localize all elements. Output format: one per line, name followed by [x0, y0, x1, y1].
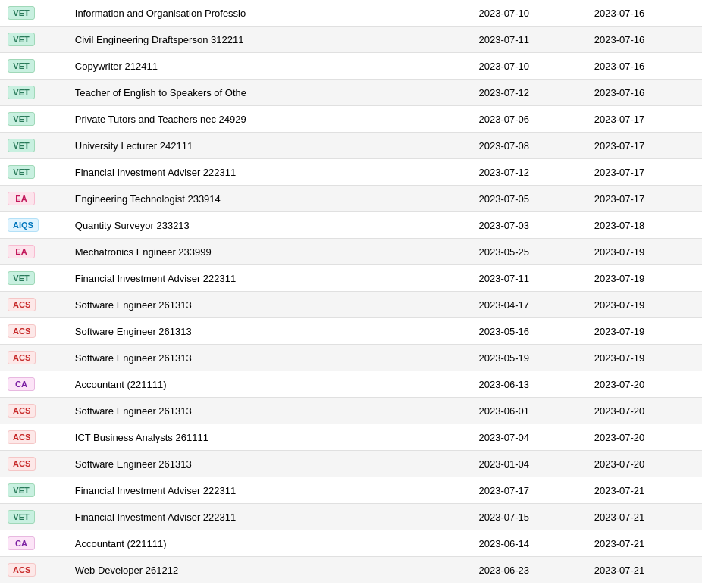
date2-cell: 2023-07-20 [587, 398, 702, 424]
badge-cell: ACS [0, 451, 67, 477]
date2-cell: 2023-07-21 [587, 504, 702, 530]
badge-cell: EA [0, 186, 67, 212]
date1-cell: 2023-06-14 [472, 530, 587, 557]
occupation-cell: Financial Investment Adviser 222311 [67, 159, 472, 186]
table-row[interactable]: VET Information and Organisation Profess… [0, 0, 702, 27]
table-row[interactable]: VET Financial Investment Adviser 222311 … [0, 265, 702, 292]
occupation-text: Financial Investment Adviser 222311 [75, 485, 363, 496]
badge-cell: CA [0, 371, 67, 398]
date1-cell: 2023-05-19 [472, 345, 587, 371]
date2-cell: 2023-07-16 [587, 53, 702, 80]
occupation-text: Software Engineer 261313 [75, 299, 363, 311]
date1-cell: 2023-07-12 [472, 80, 587, 106]
badge-cell: VET [0, 265, 67, 292]
date1-cell: 2023-04-17 [472, 292, 587, 318]
date1-cell: 2023-07-11 [472, 27, 587, 53]
table-row[interactable]: ACS Web Developer 261212 2023-06-23 2023… [0, 557, 702, 583]
table-row[interactable]: VET Financial Investment Adviser 222311 … [0, 477, 702, 504]
date1-cell: 2023-05-25 [472, 239, 587, 265]
type-badge: ACS [8, 404, 36, 418]
date1-cell: 2023-05-16 [472, 318, 587, 345]
table-row[interactable]: ACS Software Engineer 261313 2023-04-17 … [0, 292, 702, 318]
date2-cell: 2023-07-17 [587, 186, 702, 212]
occupation-text: Information and Organisation Professio [75, 8, 363, 19]
type-badge: ACS [8, 430, 36, 444]
occupation-cell: Information and Organisation Professio [67, 0, 472, 27]
table-row[interactable]: VET Teacher of English to Speakers of Ot… [0, 80, 702, 106]
badge-cell: ACS [0, 424, 67, 451]
badge-cell: VET [0, 0, 67, 27]
occupation-text: Software Engineer 261313 [75, 352, 363, 364]
occupation-cell: Mechatronics Engineer 233999 [67, 239, 472, 265]
occupation-text: Web Developer 261212 [75, 565, 363, 576]
occupation-cell: Software Engineer 261313 [67, 398, 472, 424]
badge-cell: ACS [0, 398, 67, 424]
occupation-text: Mechatronics Engineer 233999 [75, 246, 363, 258]
badge-cell: ACS [0, 557, 67, 583]
occupation-text: Engineering Technologist 233914 [75, 193, 363, 205]
table-row[interactable]: EA Mechatronics Engineer 233999 2023-05-… [0, 239, 702, 265]
occupation-text: Teacher of English to Speakers of Othe [75, 87, 363, 99]
type-badge: ACS [8, 457, 36, 471]
date1-cell: 2023-07-10 [472, 0, 587, 27]
table-row[interactable]: AIQS Quantity Surveyor 233213 2023-07-03… [0, 212, 702, 239]
date1-cell: 2023-07-03 [472, 212, 587, 239]
table-row[interactable]: VET Civil Engineering Draftsperson 31221… [0, 27, 702, 53]
type-badge: AIQS [8, 218, 39, 232]
type-badge: ACS [8, 351, 36, 364]
occupation-cell: Software Engineer 261313 [67, 451, 472, 477]
table-row[interactable]: VET Private Tutors and Teachers nec 2492… [0, 106, 702, 133]
occupation-text: Financial Investment Adviser 222311 [75, 273, 363, 284]
occupation-cell: University Lecturer 242111 [67, 133, 472, 159]
table-row[interactable]: CA Accountant (221111) 2023-06-14 2023-0… [0, 530, 702, 557]
badge-cell: VET [0, 159, 67, 186]
type-badge: VET [8, 33, 35, 46]
date2-cell: 2023-07-17 [587, 159, 702, 186]
type-badge: VET [8, 510, 35, 524]
occupation-cell: Software Engineer 261313 [67, 345, 472, 371]
type-badge: EA [8, 245, 35, 258]
type-badge: VET [8, 112, 35, 126]
occupation-text: Accountant (221111) [75, 538, 363, 549]
table-row[interactable]: EA Engineering Technologist 233914 2023-… [0, 186, 702, 212]
badge-cell: VET [0, 53, 67, 80]
date2-cell: 2023-07-19 [587, 239, 702, 265]
badge-cell: AIQS [0, 212, 67, 239]
occupation-cell: Software Engineer 261313 [67, 292, 472, 318]
badge-cell: VET [0, 133, 67, 159]
table-row[interactable]: ACS Software Engineer 261313 2023-06-01 … [0, 398, 702, 424]
type-badge: ACS [8, 324, 36, 338]
type-badge: CA [8, 536, 35, 550]
occupation-text: University Lecturer 242111 [75, 140, 363, 152]
table-row[interactable]: VET Financial Investment Adviser 222311 … [0, 504, 702, 530]
date2-cell: 2023-07-20 [587, 424, 702, 451]
table-row[interactable]: ACS ICT Business Analysts 261111 2023-07… [0, 424, 702, 451]
occupation-cell: Financial Investment Adviser 222311 [67, 265, 472, 292]
date1-cell: 2023-07-17 [472, 477, 587, 504]
table-row[interactable]: CA Accountant (221111) 2023-06-13 2023-0… [0, 371, 702, 398]
table-row[interactable]: VET Financial Investment Adviser 222311 … [0, 159, 702, 186]
date1-cell: 2023-06-23 [472, 557, 587, 583]
badge-cell: ACS [0, 318, 67, 345]
date1-cell: 2023-06-01 [472, 398, 587, 424]
type-badge: VET [8, 6, 35, 20]
main-table-container: VET Information and Organisation Profess… [0, 0, 702, 583]
table-row[interactable]: ACS Software Engineer 261313 2023-01-04 … [0, 451, 702, 477]
occupation-text: Private Tutors and Teachers nec 24929 [75, 114, 363, 125]
occupation-cell: Accountant (221111) [67, 371, 472, 398]
table-row[interactable]: ACS Software Engineer 261313 2023-05-16 … [0, 318, 702, 345]
badge-cell: VET [0, 504, 67, 530]
occupation-cell: Software Engineer 261313 [67, 318, 472, 345]
table-row[interactable]: VET Copywriter 212411 2023-07-10 2023-07… [0, 53, 702, 80]
occupation-text: Financial Investment Adviser 222311 [75, 167, 363, 178]
type-badge: ACS [8, 298, 36, 311]
table-row[interactable]: VET University Lecturer 242111 2023-07-0… [0, 133, 702, 159]
date1-cell: 2023-07-12 [472, 159, 587, 186]
badge-cell: VET [0, 106, 67, 133]
type-badge: VET [8, 139, 35, 152]
date2-cell: 2023-07-21 [587, 477, 702, 504]
occupation-text: Software Engineer 261313 [75, 405, 363, 417]
type-badge: ACS [8, 563, 36, 577]
table-row[interactable]: ACS Software Engineer 261313 2023-05-19 … [0, 345, 702, 371]
occupation-text: ICT Business Analysts 261111 [75, 432, 363, 443]
